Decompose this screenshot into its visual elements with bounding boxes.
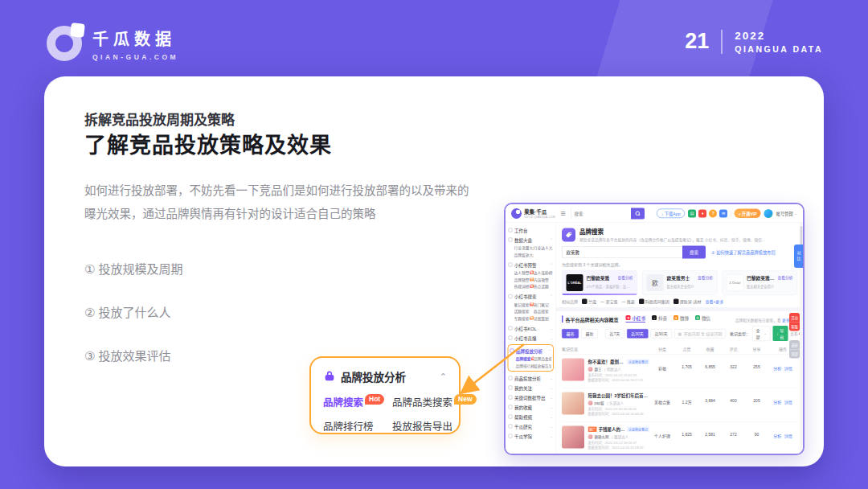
sidebar-section-collapsed[interactable]: 千瓜研究⌄ <box>509 421 554 431</box>
activity-button[interactable]: 活动 <box>789 313 800 322</box>
misc-float-buttons[interactable]: 调研 顶部 <box>789 340 800 359</box>
topbar-icon[interactable]: ▤ <box>688 209 696 217</box>
sort-button[interactable]: 最新 <box>581 329 598 339</box>
note-title[interactable]: 陪我去公园！2岁娃们年后首次露营分享 <box>588 392 650 399</box>
similar-brand[interactable]: 理肤泉·适材 <box>674 298 702 305</box>
sidebar-section-data[interactable]: 数据大盘⌃ <box>509 235 554 244</box>
topbar-icon[interactable]: ♦ <box>698 209 706 217</box>
callout-menu-item[interactable]: 投放报告导出 <box>392 418 477 434</box>
similar-brand[interactable]: 兰蔻 <box>582 298 596 305</box>
sidebar-subitem[interactable]: 达人预警新 <box>514 270 534 276</box>
sidebar-subitem[interactable]: 品牌投放大盘 <box>514 252 534 257</box>
period-button[interactable]: 近90天 <box>650 329 672 339</box>
sidebar-subitem[interactable]: 热门笔记 <box>534 302 553 307</box>
sidebar-subitem[interactable]: 热搜词榜新 <box>514 284 534 290</box>
period-button[interactable]: 近7天 <box>605 329 624 339</box>
account-menu[interactable]: 帐号管理⌄ <box>776 211 797 217</box>
folder-icon <box>509 425 513 429</box>
sidebar-subitem[interactable]: 行业流量大盘 <box>514 245 534 251</box>
date-range-input[interactable]: ▦开始日期 至 结束日期 <box>674 329 726 339</box>
sidebar-section-collapsed[interactable]: 帮助视频⌄ <box>509 412 554 421</box>
period-button[interactable]: 近30天 <box>627 329 649 339</box>
page-title: 了解竞品投放策略及效果 <box>84 128 332 159</box>
calendar-icon: ▦ <box>678 331 682 336</box>
detail-link[interactable]: 详情 <box>784 365 792 385</box>
note-title[interactable]: 你不喜欢！最划算了！ <box>588 359 625 365</box>
brand-card[interactable]: 欧 欧莱雅男士 查看分析 暂无相关企业简介 <box>642 270 718 295</box>
note-type-select[interactable]: 全部⌄ <box>752 326 770 341</box>
badge: New <box>454 394 476 405</box>
note-thumbnail[interactable] <box>562 359 584 381</box>
global-search-button[interactable] <box>631 208 645 219</box>
platform-tab[interactable]: 信微信 <box>695 314 710 323</box>
help-link[interactable]: ① 如何快速了解竞品品牌投放布局 <box>711 249 776 256</box>
chevron-down-icon: ⌄ <box>550 434 553 438</box>
download-icon: ↓ <box>661 211 664 216</box>
sort-button[interactable]: 最热 <box>562 329 579 339</box>
sidebar-subitem[interactable]: 笔记搜索热 <box>514 302 534 307</box>
detail-link[interactable]: 详情 <box>784 399 792 419</box>
global-search-input[interactable] <box>571 208 631 219</box>
chevron-up-icon[interactable]: ⌃ <box>440 372 447 382</box>
brand-search-button[interactable]: 搜索 <box>682 246 706 259</box>
page-info: 21 2022 QIANGUA DATA <box>685 29 823 54</box>
sidebar-subitem[interactable]: 热点话题 <box>534 284 553 290</box>
sidebar-subitem[interactable]: 内容预警 <box>534 277 553 282</box>
similar-brand[interactable]: 科颜氏同集团 <box>639 298 669 305</box>
similar-more-link[interactable]: 查看+更多 <box>705 298 723 305</box>
topbar-icon[interactable]: ✉ <box>719 209 727 217</box>
service-float-buttons[interactable]: 活动 客服 <box>789 313 800 331</box>
sidebar-section-collapsed[interactable]: 千瓜学院⌄ <box>509 431 554 441</box>
brand-card[interactable]: L'Oréal 巴黎欧莱雅沙龙专属… 查看分析 暂无相关企业简介 <box>723 270 798 295</box>
callout-menu-item[interactable]: 品牌品类搜索New <box>392 394 477 409</box>
export-button[interactable]: ↓导出 <box>772 326 788 341</box>
year-label: 2022 <box>735 30 823 42</box>
author-name[interactable]: 霸王 <box>595 367 602 372</box>
sidebar-section-search[interactable]: 小红书搜索⌃ <box>509 292 554 302</box>
detail-link[interactable]: 详情 <box>784 433 792 453</box>
brand-search-input[interactable] <box>562 246 682 258</box>
sidebar-subitem[interactable]: 商品搜索 <box>534 309 553 314</box>
note-thumbnail[interactable] <box>562 392 584 415</box>
platform-tab[interactable]: 书小红书 <box>626 314 646 323</box>
customer-service-button[interactable]: 客服 <box>789 322 800 331</box>
download-app-button[interactable]: ↓下载App <box>657 209 685 219</box>
analyze-link[interactable]: 分析 <box>773 433 781 453</box>
vip-button[interactable]: +开通VIP <box>735 209 761 219</box>
similar-brand[interactable]: — 薇姿 <box>621 298 634 305</box>
sidebar-subitem[interactable]: 话题搜索 <box>514 309 534 314</box>
sidebar-item-workbench[interactable]: 工作台 <box>509 225 554 235</box>
compare-tab[interactable]: 对比 <box>794 244 803 268</box>
sidebar-section-collapsed[interactable]: 小红书KOL⌄ <box>509 323 554 333</box>
share-count: 90 <box>745 426 768 453</box>
sidebar-subitem[interactable]: 达人涨粉榜 <box>534 270 553 276</box>
view-analysis-link[interactable]: 查看分析 <box>617 275 633 281</box>
author-name[interactable]: 糖糖丸啊 <box>595 434 609 440</box>
avatar[interactable] <box>764 209 773 218</box>
app-screenshot: 果集·千瓜 GUOJI·QIANGUA.COM ☰ ↓下载App ▤♦?✉ <box>504 203 805 455</box>
callout-menu-item[interactable]: 品牌搜索Hot <box>323 394 392 409</box>
back-to-top-button[interactable]: 顶部 <box>789 349 800 359</box>
view-analysis-link[interactable]: 查看分析 <box>777 275 792 281</box>
hamburger-icon[interactable]: ☰ <box>560 210 565 216</box>
topbar-icon[interactable]: ? <box>709 209 717 217</box>
sidebar-subitem[interactable]: 灵感策划 <box>534 315 553 321</box>
platform-tab[interactable]: ♪抖音 <box>652 314 667 323</box>
view-analysis-link[interactable]: 查看分析 <box>698 275 713 281</box>
brand-card[interactable]: L'ORÉAL 巴黎欧莱雅 查看分析 271个商品｜美妆护肤｜法国欧莱雅集团旗下 <box>562 270 637 295</box>
author-name[interactable]: pap酱 <box>595 401 604 406</box>
survey-button[interactable]: 调研 <box>789 340 800 349</box>
analyze-link[interactable]: 分析 <box>773 365 781 385</box>
analyze-link[interactable]: 分析 <box>773 399 781 419</box>
sidebar-subitem[interactable]: 专题搜索新 <box>514 315 534 321</box>
similar-brand[interactable]: — 美宝莲 <box>600 298 617 305</box>
sidebar-subitem[interactable]: 品牌预警荐 <box>514 277 534 282</box>
chart-icon <box>509 238 513 242</box>
sidebar-subitem[interactable]: 行业达人大盘 <box>534 245 553 251</box>
note-thumbnail[interactable] <box>562 426 584 449</box>
sidebar-section-alerts[interactable]: 小红书预警⌃ <box>509 260 554 269</box>
app-page-description: 帮您全览品牌在各平台投放的内容（含品牌合作推广以及提及笔记），覆盖 小红书、抖音… <box>579 237 768 243</box>
platform-tab[interactable]: 微微博 <box>674 314 689 323</box>
note-title[interactable]: 手残星人的福音！我的丸子头教程！ <box>599 426 625 433</box>
callout-menu-item[interactable]: 品牌排行榜 <box>323 418 392 434</box>
